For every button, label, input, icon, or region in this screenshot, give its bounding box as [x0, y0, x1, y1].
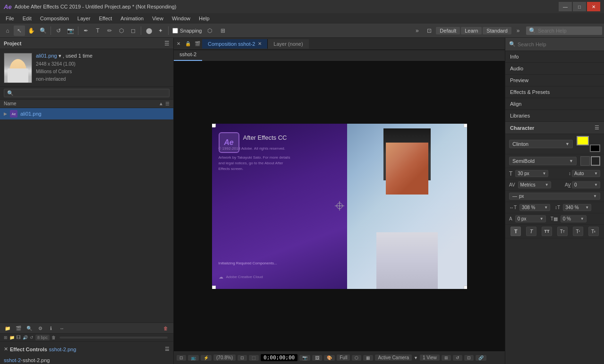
brush-tool[interactable]: ✏ [104, 25, 115, 36]
proxy-button[interactable]: ↔ [57, 324, 67, 332]
project-search-input[interactable] [4, 89, 170, 97]
unit-selector[interactable]: — px ▼ [509, 193, 600, 200]
info-panel-item[interactable]: Info [505, 51, 604, 63]
align-panel-item[interactable]: Align [505, 98, 604, 110]
effect-controls-close[interactable]: ✕ [4, 346, 8, 352]
fast-preview-button[interactable]: ⚡ [201, 355, 212, 361]
menu-help[interactable]: Help [195, 15, 213, 22]
smallcaps-button[interactable]: TT [557, 227, 568, 236]
snapping-options[interactable]: ⬡ [204, 25, 215, 36]
always-preview-button[interactable]: ⊡ [177, 355, 186, 361]
stroke-indicator[interactable] [591, 156, 600, 166]
workspace-learn[interactable]: Learn [461, 27, 482, 34]
expand-tools[interactable]: » [411, 25, 423, 36]
stamp-tool[interactable]: ⬡ [116, 25, 127, 36]
comp-sub-tab[interactable]: sshot-2 [174, 50, 202, 61]
delete-button[interactable]: 🗑 [161, 324, 170, 332]
tracking-input[interactable]: 0 ▼ [572, 181, 600, 188]
character-menu-button[interactable]: ☰ [595, 125, 599, 131]
reset-exposure[interactable]: ↺ [453, 355, 462, 361]
eraser-tool[interactable]: ◻ [128, 25, 139, 36]
view-layout[interactable]: ⊞ [442, 355, 451, 361]
comp-lock-button[interactable]: 🔒 [183, 38, 193, 50]
trash-icon[interactable]: 🗑 [51, 335, 56, 340]
footage-info[interactable]: ℹ [46, 324, 56, 332]
maximize-button[interactable]: □ [573, 2, 586, 11]
menu-window[interactable]: Window [168, 15, 194, 22]
hand-tool[interactable]: ✋ [26, 25, 37, 36]
menu-edit[interactable]: Edit [19, 15, 35, 22]
menu-view[interactable]: View [148, 15, 167, 22]
subscript-button[interactable]: T₂ [588, 227, 599, 236]
pen-tool[interactable]: ✒ [80, 25, 92, 36]
layout-options[interactable]: ⊡ [424, 25, 435, 36]
project-menu-button[interactable]: ☰ [164, 40, 170, 47]
preview-quality-button[interactable]: 📺 [188, 355, 199, 361]
font-size-input-area[interactable]: 30 px ▼ [515, 170, 548, 177]
resolution-button[interactable]: ⊡ [238, 355, 247, 361]
breadcrumb-comp[interactable]: sshot-2.png [49, 347, 76, 352]
menu-animation[interactable]: Animation [117, 15, 147, 22]
select-tool[interactable]: ↖ [14, 25, 25, 36]
show-channel[interactable]: 🎨 [324, 355, 335, 361]
region-of-interest[interactable]: ⬚ [249, 355, 259, 361]
tsume-input[interactable]: 0 % ▼ [561, 215, 587, 222]
font-style-dropdown[interactable]: SemiBold ▼ [509, 157, 577, 165]
snapshot-button[interactable]: 📷 [299, 355, 310, 361]
preview-panel-item[interactable]: Preview [505, 75, 604, 86]
h-scale-input[interactable]: 308 % ▼ [519, 204, 550, 211]
snapping-checkbox[interactable] [172, 28, 178, 34]
workspace-default[interactable]: Default [436, 27, 460, 34]
font-family-dropdown[interactable]: Clinton ▼ [509, 140, 573, 148]
effect-controls-menu[interactable]: ☰ [165, 346, 170, 352]
layer-tab[interactable]: Layer (none) [268, 39, 308, 49]
comp-tab-close[interactable]: ✕ [258, 41, 262, 46]
timeline-link[interactable]: 🔗 [476, 355, 486, 361]
menu-file[interactable]: File [2, 15, 18, 22]
magnification-selector[interactable]: (70.8%) [213, 355, 236, 361]
new-folder-button[interactable]: 📁 [3, 324, 12, 332]
bold-button[interactable]: T [510, 227, 521, 236]
pixel-aspect[interactable]: ▦ [363, 355, 373, 361]
workspace-standard[interactable]: Standard [483, 27, 511, 34]
view-selector[interactable]: 1 View [420, 355, 440, 361]
menu-effect[interactable]: Effect [95, 15, 116, 22]
foreground-color-swatch[interactable] [577, 136, 589, 145]
home-tool[interactable]: ⌂ [2, 25, 13, 36]
text-tool[interactable]: T [92, 25, 103, 36]
exposure-control[interactable]: ⊡ [464, 355, 474, 361]
roto-tool[interactable]: ⬤ [143, 25, 154, 36]
zoom-tool[interactable]: 🔍 [37, 25, 49, 36]
col-options[interactable]: ☰ [165, 101, 170, 106]
camera-selector[interactable]: Active Camera [375, 355, 412, 361]
kerning-input[interactable]: Metrics ▼ [518, 181, 551, 188]
new-composition-button[interactable]: 🎬 [14, 324, 23, 332]
puppet-tool[interactable]: ✦ [155, 25, 166, 36]
show-snapshot[interactable]: 🖼 [312, 355, 322, 361]
interpret-footage[interactable]: ⚙ [35, 324, 45, 332]
fill-indicator[interactable] [580, 156, 590, 166]
uppercase-button[interactable]: TT [542, 227, 552, 236]
baseline-shift-input[interactable]: 0 px ▼ [515, 215, 546, 222]
search-help-input[interactable] [518, 42, 600, 47]
superscript-button[interactable]: T² [573, 227, 583, 236]
comp-tab-active[interactable]: Composition sshot-2 ✕ [202, 39, 268, 49]
leading-input[interactable]: Auto ▼ [572, 170, 600, 177]
list-item[interactable]: ▶ Ae ali01.png [0, 108, 173, 119]
proportional-grid[interactable]: ⊞ [217, 25, 229, 36]
background-color-swatch[interactable] [590, 144, 600, 152]
find-button[interactable]: 🔍 [25, 324, 34, 332]
search-area[interactable]: 🔍 [526, 26, 602, 35]
effects-presets-panel-item[interactable]: Effects & Presets [505, 86, 604, 98]
audio-panel-item[interactable]: Audio [505, 63, 604, 75]
libraries-panel-item[interactable]: Libraries [505, 110, 604, 122]
rotation-tool[interactable]: ↺ [53, 25, 64, 36]
workspace-more[interactable]: » [512, 25, 524, 36]
italic-button[interactable]: T [526, 227, 536, 236]
minimize-button[interactable]: — [559, 2, 572, 11]
search-input[interactable] [538, 28, 599, 34]
close-button[interactable]: ✕ [587, 2, 600, 11]
sort-button[interactable]: ▲ [159, 101, 163, 106]
camera-tool[interactable]: 📷 [65, 25, 76, 36]
menu-composition[interactable]: Composition [36, 15, 73, 22]
